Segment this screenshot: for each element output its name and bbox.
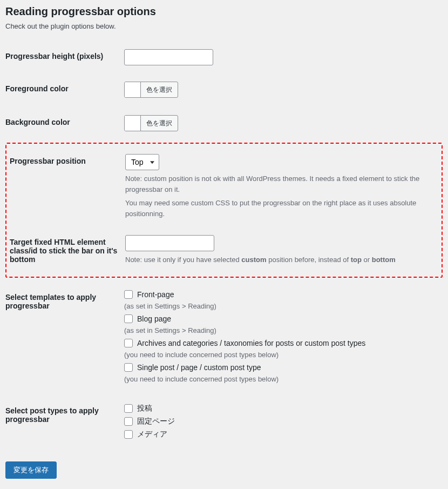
position-note-1: Note: custom position is not ok with all…: [125, 173, 438, 195]
cb-post-label: 投稿: [137, 404, 152, 413]
label-posttypes: Select post types to apply progressbar: [5, 396, 124, 451]
cb-blog-page[interactable]: [124, 314, 133, 323]
background-color-picker[interactable]: 色を選択: [124, 115, 178, 131]
label-position: Progressbar position: [6, 146, 125, 227]
target-note: Note: use it only if you have selected c…: [125, 254, 438, 265]
page-subtitle: Check out the plugin options below.: [5, 22, 443, 30]
label-target: Target fixed HTML element class/id to st…: [6, 227, 125, 274]
cb-single-label: Single post / page / custom post type: [137, 363, 261, 372]
position-select[interactable]: Top: [125, 154, 159, 170]
background-swatch: [125, 116, 141, 131]
cb-archives-note: (you need to include concerned post type…: [124, 351, 437, 359]
position-note-2: You may need some custom CSS to put the …: [125, 198, 438, 219]
cb-post[interactable]: [124, 404, 133, 413]
cb-archives-label: Archives and categories / taxonomies for…: [137, 339, 365, 347]
label-foreground: Foreground color: [5, 73, 124, 107]
cb-single-note: (you need to include concerned post type…: [124, 375, 437, 383]
save-button[interactable]: 変更を保存: [5, 461, 57, 479]
cb-front-page[interactable]: [124, 290, 133, 299]
foreground-color-picker[interactable]: 色を選択: [124, 82, 178, 98]
cb-page-label: 固定ページ: [137, 417, 175, 426]
cb-blog-page-note: (as set in Settings > Reading): [124, 326, 437, 334]
cb-single[interactable]: [124, 363, 133, 372]
cb-archives[interactable]: [124, 339, 133, 347]
background-color-button-label: 色を選択: [141, 116, 178, 131]
cb-front-page-label: Front-page: [137, 290, 174, 299]
cb-page[interactable]: [124, 417, 133, 426]
page-title: Reading progressbar options: [5, 5, 443, 18]
label-background: Background color: [5, 107, 124, 140]
highlight-region: Progressbar position Top Note: custom po…: [5, 143, 443, 278]
foreground-swatch: [125, 82, 141, 97]
foreground-color-button-label: 色を選択: [141, 82, 178, 97]
cb-media-label: メディア: [137, 430, 167, 439]
target-input[interactable]: [125, 235, 214, 251]
label-height: Progressbar height (pixels): [5, 41, 124, 73]
cb-blog-page-label: Blog page: [137, 314, 171, 323]
height-input[interactable]: [124, 49, 213, 65]
cb-front-page-note: (as set in Settings > Reading): [124, 302, 437, 310]
cb-media[interactable]: [124, 430, 133, 439]
settings-form: Progressbar height (pixels) Foreground c…: [5, 41, 443, 140]
label-templates: Select templates to apply progressbar: [5, 282, 124, 396]
